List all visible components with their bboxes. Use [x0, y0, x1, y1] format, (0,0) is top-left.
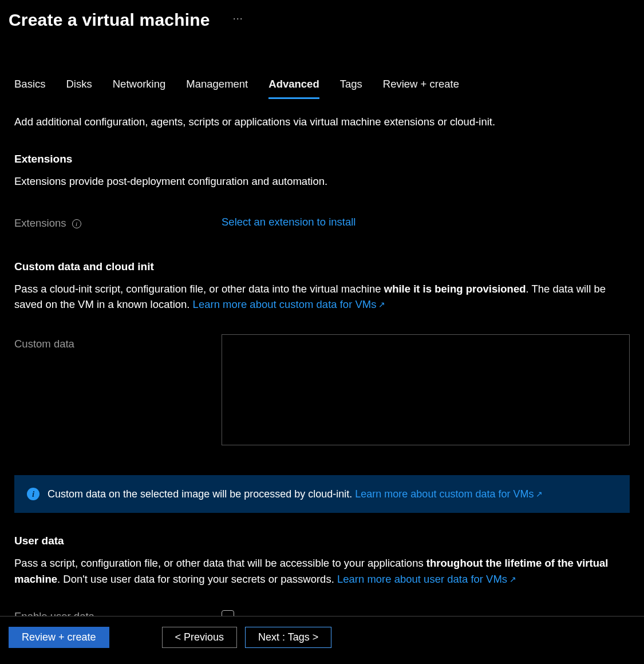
- customdata-desc-pre: Pass a cloud-init script, configuration …: [14, 283, 384, 295]
- wizard-tabs: Basics Disks Networking Management Advan…: [14, 78, 630, 99]
- cloud-init-banner: i Custom data on the selected image will…: [14, 475, 630, 513]
- customdata-heading: Custom data and cloud init: [14, 260, 630, 273]
- userdata-desc-post: . Don't use user data for storing your s…: [57, 573, 337, 585]
- banner-text: Custom data on the selected image will b…: [48, 488, 355, 500]
- tab-advanced[interactable]: Advanced: [268, 78, 319, 99]
- info-badge-icon: i: [27, 488, 39, 500]
- page-title: Create a virtual machine: [9, 10, 210, 30]
- wizard-footer: Review + create < Previous Next : Tags >: [0, 616, 644, 664]
- extensions-heading: Extensions: [14, 153, 630, 165]
- tab-review-create[interactable]: Review + create: [383, 78, 459, 99]
- tab-intro-text: Add additional configuration, agents, sc…: [14, 114, 630, 130]
- tab-networking[interactable]: Networking: [113, 78, 166, 99]
- extensions-field-label: Extensions i: [14, 216, 222, 230]
- review-create-button[interactable]: Review + create: [9, 627, 109, 648]
- userdata-learn-link[interactable]: Learn more about user data for VMs↗: [337, 573, 516, 585]
- userdata-desc: Pass a script, configuration file, or ot…: [14, 555, 630, 587]
- extensions-desc: Extensions provide post-deployment confi…: [14, 173, 630, 189]
- userdata-heading: User data: [14, 535, 630, 547]
- tab-tags[interactable]: Tags: [340, 78, 362, 99]
- extensions-label-text: Extensions: [14, 217, 66, 230]
- next-button[interactable]: Next : Tags >: [245, 627, 331, 648]
- tab-disks[interactable]: Disks: [66, 78, 92, 99]
- previous-button[interactable]: < Previous: [162, 627, 238, 648]
- external-link-icon: ↗: [536, 489, 543, 499]
- banner-learn-link[interactable]: Learn more about custom data for VMs↗: [355, 488, 543, 500]
- userdata-desc-pre: Pass a script, configuration file, or ot…: [14, 557, 426, 569]
- customdata-desc-bold: while it is being provisioned: [384, 283, 526, 295]
- info-icon[interactable]: i: [72, 219, 81, 228]
- external-link-icon: ↗: [509, 574, 516, 586]
- customdata-learn-link[interactable]: Learn more about custom data for VMs↗: [193, 298, 386, 310]
- select-extension-link[interactable]: Select an extension to install: [222, 216, 355, 228]
- tab-basics[interactable]: Basics: [14, 78, 46, 99]
- external-link-icon: ↗: [378, 299, 385, 311]
- customdata-textarea[interactable]: [222, 334, 630, 445]
- more-icon[interactable]: ···: [233, 13, 243, 27]
- tab-management[interactable]: Management: [186, 78, 248, 99]
- customdata-field-label: Custom data: [14, 334, 222, 445]
- customdata-desc: Pass a cloud-init script, configuration …: [14, 281, 630, 313]
